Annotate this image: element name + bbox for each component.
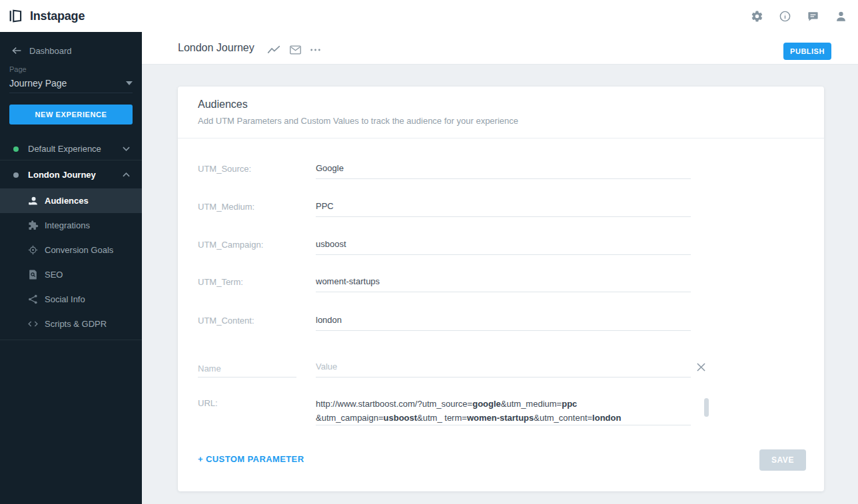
experience-label: Default Experience xyxy=(28,144,123,154)
utm-content-row: UTM_Content: xyxy=(198,314,711,331)
utm-content-input[interactable] xyxy=(316,314,691,331)
utm-medium-input[interactable] xyxy=(316,200,691,217)
custom-param-value-input[interactable] xyxy=(316,360,691,378)
url-label: URL: xyxy=(198,398,218,408)
new-experience-button[interactable]: NEW EXPERIENCE xyxy=(9,105,133,125)
sidebar-divider xyxy=(0,160,142,160)
conversion-goals-icon xyxy=(27,244,39,256)
sidebar-item-label: Scripts & GDPR xyxy=(45,319,107,329)
sidebar-item-seo[interactable]: SEO xyxy=(0,262,142,287)
social-info-icon xyxy=(27,294,39,306)
experience-london-journey[interactable]: London Journey xyxy=(0,162,142,187)
app-header: Instapage xyxy=(0,0,858,32)
save-button[interactable]: SAVE xyxy=(759,449,806,471)
instapage-logo[interactable]: Instapage xyxy=(0,7,85,25)
page-label: Page xyxy=(9,65,27,73)
utm-term-input[interactable] xyxy=(316,275,691,292)
sidebar-item-label: Conversion Goals xyxy=(45,245,113,255)
utm-medium-label: UTM_Medium: xyxy=(198,202,254,212)
remove-parameter-icon[interactable] xyxy=(694,360,707,374)
seo-icon xyxy=(27,269,39,281)
page-selected-value: Journey Page xyxy=(9,78,67,89)
scripts-gdpr-icon xyxy=(27,318,39,330)
url-scrollbar-thumb[interactable] xyxy=(704,398,709,417)
back-arrow-icon xyxy=(11,46,22,55)
utm-medium-row: UTM_Medium: xyxy=(198,200,711,217)
sidebar-item-label: Social Info xyxy=(45,294,85,304)
sidebar: Dashboard Page Journey Page NEW EXPERIEN… xyxy=(0,32,142,504)
utm-term-label: UTM_Term: xyxy=(198,277,243,287)
card-subtitle: Add UTM Parameters and Custom Values to … xyxy=(198,116,518,126)
sidebar-item-integrations[interactable]: Integrations xyxy=(0,213,142,238)
custom-param-name-input[interactable] xyxy=(198,360,296,378)
chevron-down-icon xyxy=(126,81,133,85)
utm-campaign-label: UTM_Campaign: xyxy=(198,240,263,250)
experience-topbar: London Journey PUBLISH xyxy=(142,32,858,65)
settings-icon[interactable] xyxy=(750,9,763,23)
sidebar-item-label: Integrations xyxy=(45,220,90,230)
card-divider xyxy=(178,138,824,138)
utm-source-row: UTM_Source: xyxy=(198,162,711,179)
more-options-icon[interactable] xyxy=(308,43,322,57)
card-title: Audiences xyxy=(198,99,248,111)
audiences-icon xyxy=(27,195,39,207)
custom-parameter-row xyxy=(198,360,711,378)
utm-content-label: UTM_Content: xyxy=(198,316,254,326)
publish-button[interactable]: PUBLISH xyxy=(783,43,831,60)
back-label: Dashboard xyxy=(29,46,72,56)
messages-icon[interactable] xyxy=(806,9,819,23)
utm-source-input[interactable] xyxy=(316,162,691,179)
sidebar-item-scripts-gdpr[interactable]: Scripts & GDPR xyxy=(0,312,142,336)
experience-default[interactable]: Default Experience xyxy=(0,136,142,161)
sidebar-item-audiences[interactable]: Audiences xyxy=(0,188,142,213)
url-value[interactable]: http://www.startboost.com/?utm_source=go… xyxy=(316,397,691,425)
sidebar-divider xyxy=(0,340,142,340)
utm-source-label: UTM_Source: xyxy=(198,164,251,174)
sidebar-item-label: Audiences xyxy=(45,196,89,206)
sidebar-item-conversion-goals[interactable]: Conversion Goals xyxy=(0,238,142,262)
utm-campaign-input[interactable] xyxy=(316,238,691,255)
envelope-icon[interactable] xyxy=(288,43,302,57)
logo-text: Instapage xyxy=(30,9,85,23)
back-to-dashboard[interactable]: Dashboard xyxy=(0,41,72,60)
header-icons xyxy=(750,9,858,23)
audiences-card: Audiences Add UTM Parameters and Custom … xyxy=(178,87,824,491)
utm-campaign-row: UTM_Campaign: xyxy=(198,238,711,255)
chevron-up-icon[interactable] xyxy=(123,172,130,177)
add-custom-parameter-button[interactable]: + CUSTOM PARAMETER xyxy=(198,454,304,464)
experience-dot xyxy=(13,172,19,178)
integrations-icon xyxy=(27,220,39,232)
chevron-down-icon[interactable] xyxy=(123,146,130,151)
utm-term-row: UTM_Term: xyxy=(198,275,711,292)
experience-title: London Journey xyxy=(178,42,254,54)
info-icon[interactable] xyxy=(778,9,791,23)
trend-chart-icon[interactable] xyxy=(267,43,280,57)
experience-label: London Journey xyxy=(28,170,123,180)
page-selector[interactable]: Journey Page xyxy=(9,76,133,93)
account-icon[interactable] xyxy=(834,9,847,23)
sidebar-item-label: SEO xyxy=(45,270,63,280)
sidebar-item-social-info[interactable]: Social Info xyxy=(0,287,142,312)
experience-dot xyxy=(13,146,19,152)
instapage-logo-icon xyxy=(8,7,25,25)
